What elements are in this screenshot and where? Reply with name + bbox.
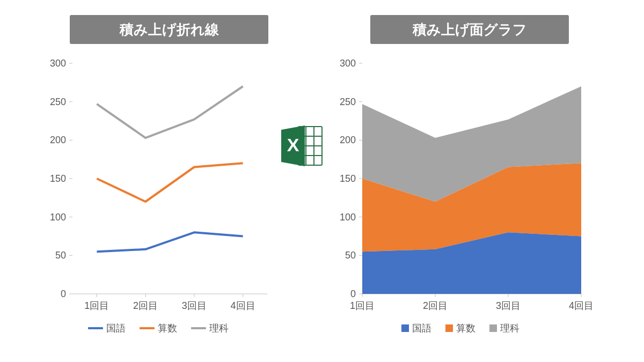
svg-text:200: 200: [340, 135, 356, 145]
legend-label: 算数: [158, 322, 177, 335]
legend-label: 国語: [106, 322, 126, 335]
svg-text:1回目: 1回目: [350, 300, 375, 311]
svg-text:250: 250: [340, 97, 356, 107]
legend-item-sansu: 算数: [140, 322, 177, 335]
svg-text:0: 0: [61, 289, 66, 299]
stacked-area-chart: 0501001502002503001回目2回目3回目4回目 国語 算数 理科: [333, 58, 588, 337]
legend-item-rika: 理科: [191, 322, 229, 335]
legend-item-rika: 理科: [489, 322, 519, 335]
legend-label: 理科: [500, 322, 519, 335]
legend-label: 理科: [209, 322, 229, 335]
legend-left: 国語 算数 理科: [43, 322, 274, 335]
svg-text:150: 150: [340, 173, 356, 184]
svg-text:300: 300: [340, 58, 356, 69]
title-left: 積み上げ折れ線: [70, 15, 268, 44]
title-right: 積み上げ面グラフ: [370, 15, 569, 44]
svg-text:2回目: 2回目: [133, 300, 158, 311]
legend-label: 算数: [456, 322, 475, 335]
svg-text:150: 150: [50, 173, 66, 184]
legend-right: 国語 算数 理科: [333, 322, 588, 335]
svg-text:100: 100: [340, 212, 356, 223]
excel-icon: X: [279, 123, 324, 171]
svg-text:1回目: 1回目: [84, 300, 109, 311]
svg-text:3回目: 3回目: [182, 300, 207, 311]
svg-text:0: 0: [350, 289, 356, 299]
svg-text:3回目: 3回目: [496, 300, 521, 311]
svg-text:100: 100: [50, 212, 66, 223]
stacked-line-chart: 0501001502002503001回目2回目3回目4回目 国語 算数 理科: [43, 58, 274, 337]
svg-text:4回目: 4回目: [569, 300, 594, 311]
legend-label: 国語: [412, 322, 431, 335]
svg-text:300: 300: [50, 58, 66, 69]
svg-text:2回目: 2回目: [423, 300, 448, 311]
legend-item-sansu: 算数: [445, 322, 475, 335]
legend-item-kokugo: 国語: [401, 322, 431, 335]
legend-item-kokugo: 国語: [88, 322, 126, 335]
svg-text:50: 50: [345, 250, 356, 261]
svg-text:50: 50: [55, 250, 66, 261]
svg-text:200: 200: [50, 135, 66, 145]
svg-text:250: 250: [50, 97, 66, 107]
svg-text:X: X: [287, 135, 299, 155]
svg-text:4回目: 4回目: [231, 300, 255, 311]
